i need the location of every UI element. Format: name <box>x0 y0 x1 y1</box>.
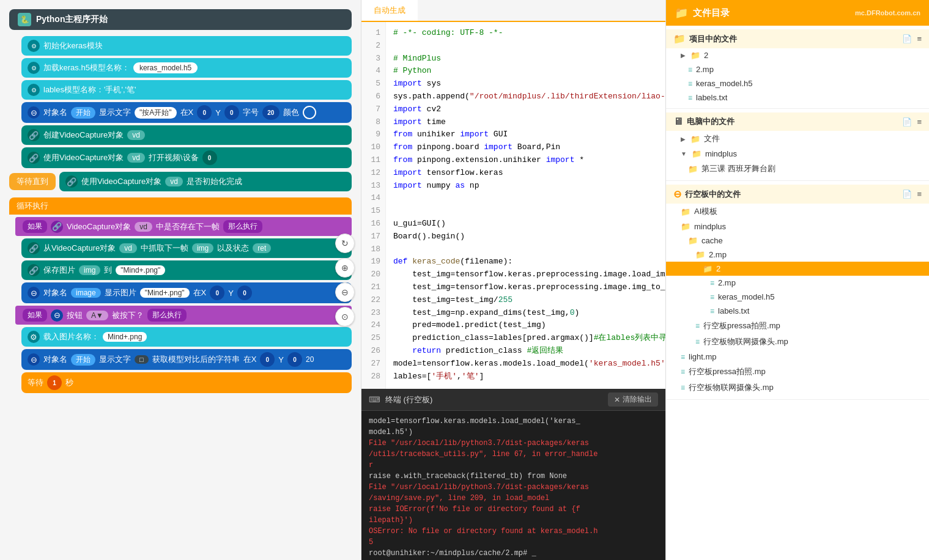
project-file-labels[interactable]: ≡ labels.txt <box>666 90 929 105</box>
save-icon: 🔗 <box>28 264 40 276</box>
project-folder-2[interactable]: ▶ 📁 2 <box>666 48 929 62</box>
board-ai-folder[interactable]: 📁 AI模板 <box>666 204 929 219</box>
board-2mp-folder[interactable]: 📁 2.mp <box>666 248 929 262</box>
open-vc-block[interactable]: 🔗 使用VideoCapture对象 vd 打开视频\设备 0 <box>21 147 352 168</box>
btn-icon: ⊖ <box>51 309 63 322</box>
if-btn-block[interactable]: 如果 ⊖ 按钮 A▼ 被按下？ 那么执行 <box>15 306 352 325</box>
more-icon3[interactable]: ≡ <box>917 190 922 199</box>
loop-label: 循环执行 <box>17 201 48 210</box>
block-container: 🐍 Python主程序开始 ⚙ 初始化keras模块 ⚙ 加载keras.h5模… <box>6 6 355 399</box>
img-pill[interactable]: img <box>192 243 213 253</box>
start-pill[interactable]: 开始 <box>71 107 95 119</box>
terminal-body[interactable]: model=tensorflow.keras.models.load_model… <box>361 411 665 560</box>
image-pill[interactable]: image <box>71 288 101 298</box>
labels-block[interactable]: ⚙ lables模型名称：'手机','笔' <box>21 80 352 100</box>
board-mindplus-folder[interactable]: 📁 mindplus <box>666 219 929 234</box>
vd-pill3[interactable]: vd <box>165 177 183 186</box>
show-result-block[interactable]: ⊖ 对象名 开始 显示文字 □ 获取模型对比后的字符串 在X 0 Y 0 20 <box>21 349 352 370</box>
y-val3[interactable]: 0 <box>287 352 302 367</box>
x-val2[interactable]: 0 <box>210 286 224 300</box>
vd-pill5[interactable]: vd <box>119 243 137 253</box>
zoom-out-btn[interactable]: ⊖ <box>335 282 355 302</box>
vd-pill1[interactable]: vd <box>127 130 145 140</box>
save-img-block[interactable]: 🔗 保存图片 img 到 "Mind+.png" <box>21 260 352 280</box>
vd-pill2[interactable]: vd <box>127 153 145 163</box>
new-file-icon3[interactable]: 📄 <box>902 190 912 199</box>
board-light-file[interactable]: ≡ light.mp <box>666 350 929 364</box>
auto-gen-tab[interactable]: 自动生成 <box>361 0 418 22</box>
color-swatch[interactable] <box>303 106 316 119</box>
display-text-block[interactable]: ⊖ 对象名 开始 显示文字 "按A开始" 在X 0 Y 0 字号 20 颜色 <box>21 102 352 123</box>
y-val2[interactable]: 0 <box>237 286 252 300</box>
filename-pill[interactable]: "Mind+.png" <box>116 265 165 275</box>
open-vc-label: 使用VideoCapture对象 <box>43 152 124 163</box>
obj-label3: 对象名 <box>43 354 67 365</box>
board-cache-folder[interactable]: 📁 cache <box>666 234 929 248</box>
init-keras-block[interactable]: ⚙ 初始化keras模块 <box>21 36 352 56</box>
expand-arrow2: ▶ <box>681 136 686 142</box>
capture-label2: 中抓取下一帧 <box>141 243 188 254</box>
board-photo-file2[interactable]: ≡ 行空板pressa拍照.mp <box>666 364 929 380</box>
load-img-block[interactable]: ⚙ 载入图片名称： Mind+.png <box>21 327 352 347</box>
computer-mindplus-folder[interactable]: ▼ 📁 mindplus <box>666 147 929 161</box>
board-file-labels[interactable]: ≡ labels.txt <box>666 304 929 318</box>
expand-arrow: ▶ <box>681 52 686 59</box>
board-iot-file2[interactable]: ≡ 行空板物联网摄像头.mp <box>666 380 929 396</box>
more-icon2[interactable]: ≡ <box>917 117 922 127</box>
y-value[interactable]: 0 <box>224 105 239 120</box>
terminal-line-12: 5 <box>369 537 658 548</box>
terminal-title: ⌨ 终端 (行空板) <box>369 394 432 405</box>
wait-num[interactable]: 1 <box>47 375 62 390</box>
folder-name-2mp: 2.mp <box>709 250 727 259</box>
zoom-reset-btn[interactable]: ⊙ <box>335 307 355 326</box>
text-value-pill[interactable]: "按A开始" <box>135 107 177 119</box>
computer-files-folder[interactable]: ▶ 📁 文件 <box>666 131 929 147</box>
board-file-2mp[interactable]: ≡ 2.mp <box>666 276 929 290</box>
vc-icon4: 🔗 <box>51 221 63 233</box>
mindplus-pill[interactable]: Mind+.png <box>103 332 147 342</box>
capture-frame-block[interactable]: 🔗 从VideoCapture对象 vd 中抓取下一帧 img 以及状态 ret <box>21 238 352 258</box>
wait-sec-block[interactable]: 等待 1 秒 <box>21 372 352 393</box>
code-content: # -*- coding: UTF-8 -*- # MindPlus # Pyt… <box>386 22 665 389</box>
computer-stage-folder[interactable]: 📁 第三课 西班牙舞台剧 <box>666 161 929 177</box>
clear-output-btn[interactable]: ✕ 清除输出 <box>608 392 658 407</box>
board-2-folder-selected[interactable]: 📁 2 <box>666 262 929 276</box>
a-btn-pill[interactable]: A▼ <box>86 311 108 320</box>
model-name-pill[interactable]: keras_model.h5 <box>133 62 198 73</box>
board-file-keras[interactable]: ≡ keras_model.h5 <box>666 290 929 304</box>
board-header-content: ⊖ 行空板中的文件 <box>673 188 741 200</box>
show-img-label: 显示图片 <box>105 287 136 298</box>
ret-pill[interactable]: ret <box>253 243 271 253</box>
create-vc-block[interactable]: 🔗 创建VideoCapture对象 vd <box>21 125 352 145</box>
board-iot-file[interactable]: ≡ 行空板物联网摄像头.mp <box>666 334 929 350</box>
start-pill2[interactable]: 开始 <box>71 354 95 366</box>
vd-pill4[interactable]: vd <box>135 222 152 232</box>
x-val3[interactable]: 0 <box>260 352 275 367</box>
font-value[interactable]: 20 <box>262 105 279 120</box>
block-icon: ⚙ <box>28 40 40 52</box>
computer-header-content: 🖥 电脑中的文件 <box>673 116 735 127</box>
result-placeholder[interactable]: □ <box>135 355 149 364</box>
img-pill2[interactable]: img <box>79 265 100 275</box>
board-photo-file[interactable]: ≡ 行空板pressa拍照.mp <box>666 318 929 334</box>
code-area[interactable]: 12345 678910 1112131415 1617181920 21222… <box>361 22 665 389</box>
more-icon[interactable]: ≡ <box>917 34 922 43</box>
new-file-icon2[interactable]: 📄 <box>902 117 912 127</box>
wait-until-block[interactable]: 🔗 使用VideoCapture对象 vd 是否初始化完成 <box>59 172 352 191</box>
if-vc-block[interactable]: 如果 🔗 VideoCapture对象 vd 中是否存在下一帧 那么执行 <box>15 217 352 236</box>
file-name-photo2: 行空板pressa拍照.mp <box>689 366 766 377</box>
folder-icon-stage: 📁 <box>688 164 698 174</box>
project-file-2mp[interactable]: ≡ 2.mp <box>666 62 929 76</box>
img-filename-pill[interactable]: "Mind+.png" <box>140 288 190 298</box>
if-label2: 如果 <box>23 309 47 322</box>
x-value[interactable]: 0 <box>197 105 212 120</box>
zoom-in-btn[interactable]: ⊕ <box>335 258 355 278</box>
refresh-btn[interactable]: ↻ <box>335 234 355 253</box>
new-file-icon[interactable]: 📄 <box>902 34 912 43</box>
project-file-keras[interactable]: ≡ keras_model.h5 <box>666 76 929 90</box>
device-num[interactable]: 0 <box>202 150 217 165</box>
load-model-block[interactable]: ⚙ 加载keras.h5模型名称： keras_model.h5 <box>21 58 352 78</box>
show-img-block[interactable]: ⊖ 对象名 image 显示图片 "Mind+.png" 在X 0 Y 0 <box>21 282 352 303</box>
wait-label: 等待 <box>28 377 43 388</box>
start-block[interactable]: 🐍 Python主程序开始 <box>9 9 352 30</box>
